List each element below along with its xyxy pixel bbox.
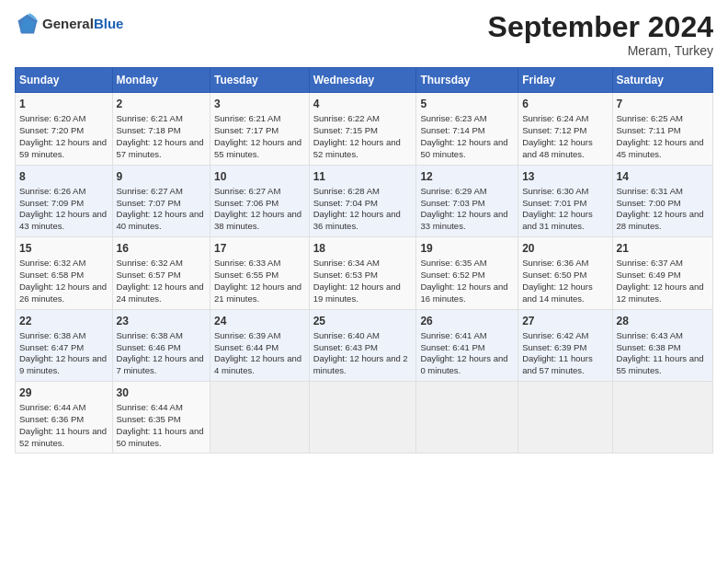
day-25: 25 Sunrise: 6:40 AMSunset: 6:43 PMDaylig… [309, 309, 416, 381]
location: Meram, Turkey [488, 43, 713, 58]
header-saturday: Saturday [612, 68, 712, 93]
empty-2 [309, 381, 416, 453]
day-1: 1 Sunrise: 6:20 AMSunset: 7:20 PMDayligh… [16, 93, 113, 165]
day-6: 6 Sunrise: 6:24 AMSunset: 7:12 PMDayligh… [518, 93, 612, 165]
empty-4 [518, 381, 612, 453]
day-15: 15 Sunrise: 6:32 AMSunset: 6:58 PMDaylig… [16, 237, 113, 309]
day-17: 17 Sunrise: 6:33 AMSunset: 6:55 PMDaylig… [210, 237, 310, 309]
day-23: 23 Sunrise: 6:38 AMSunset: 6:46 PMDaylig… [112, 309, 210, 381]
empty-5 [612, 381, 712, 453]
day-2: 2 Sunrise: 6:21 AMSunset: 7:18 PMDayligh… [112, 93, 210, 165]
logo-text: GeneralBlue [42, 17, 123, 32]
day-22: 22 Sunrise: 6:38 AMSunset: 6:47 PMDaylig… [16, 309, 113, 381]
week-row-4: 22 Sunrise: 6:38 AMSunset: 6:47 PMDaylig… [16, 309, 713, 381]
day-4: 4 Sunrise: 6:22 AMSunset: 7:15 PMDayligh… [309, 93, 416, 165]
day-9: 9 Sunrise: 6:27 AMSunset: 7:07 PMDayligh… [112, 165, 210, 236]
week-row-5: 29 Sunrise: 6:44 AMSunset: 6:36 PMDaylig… [16, 381, 713, 453]
logo-general: General [42, 16, 94, 31]
day-18: 18 Sunrise: 6:34 AMSunset: 6:53 PMDaylig… [309, 237, 416, 309]
logo-blue: Blue [94, 16, 124, 31]
logo-icon [15, 11, 40, 37]
day-8: 8 Sunrise: 6:26 AMSunset: 7:09 PMDayligh… [16, 165, 113, 236]
day-16: 16 Sunrise: 6:32 AMSunset: 6:57 PMDaylig… [112, 237, 210, 309]
day-30: 30 Sunrise: 6:44 AMSunset: 6:35 PMDaylig… [112, 381, 210, 453]
day-26: 26 Sunrise: 6:41 AMSunset: 6:41 PMDaylig… [416, 309, 518, 381]
day-21: 21 Sunrise: 6:37 AMSunset: 6:49 PMDaylig… [612, 237, 712, 309]
day-14: 14 Sunrise: 6:31 AMSunset: 7:00 PMDaylig… [612, 165, 712, 236]
day-27: 27 Sunrise: 6:42 AMSunset: 6:39 PMDaylig… [518, 309, 612, 381]
day-10: 10 Sunrise: 6:27 AMSunset: 7:06 PMDaylig… [210, 165, 310, 236]
week-row-1: 1 Sunrise: 6:20 AMSunset: 7:20 PMDayligh… [16, 93, 713, 165]
day-20: 20 Sunrise: 6:36 AMSunset: 6:50 PMDaylig… [518, 237, 612, 309]
header: GeneralBlue September 2024 Meram, Turkey [15, 11, 713, 58]
day-12: 12 Sunrise: 6:29 AMSunset: 7:03 PMDaylig… [416, 165, 518, 236]
day-13: 13 Sunrise: 6:30 AMSunset: 7:01 PMDaylig… [518, 165, 612, 236]
day-7: 7 Sunrise: 6:25 AMSunset: 7:11 PMDayligh… [612, 93, 712, 165]
logo: GeneralBlue [15, 11, 123, 37]
day-5: 5 Sunrise: 6:23 AMSunset: 7:14 PMDayligh… [416, 93, 518, 165]
day-3: 3 Sunrise: 6:21 AMSunset: 7:17 PMDayligh… [210, 93, 310, 165]
header-friday: Friday [518, 68, 612, 93]
day-28: 28 Sunrise: 6:43 AMSunset: 6:38 PMDaylig… [612, 309, 712, 381]
calendar-container: GeneralBlue September 2024 Meram, Turkey… [0, 0, 728, 461]
day-29: 29 Sunrise: 6:44 AMSunset: 6:36 PMDaylig… [16, 381, 113, 453]
month-title: September 2024 [488, 11, 713, 43]
day-24: 24 Sunrise: 6:39 AMSunset: 6:44 PMDaylig… [210, 309, 310, 381]
empty-1 [210, 381, 310, 453]
title-section: September 2024 Meram, Turkey [488, 11, 713, 58]
empty-3 [416, 381, 518, 453]
header-wednesday: Wednesday [309, 68, 416, 93]
header-thursday: Thursday [416, 68, 518, 93]
week-row-3: 15 Sunrise: 6:32 AMSunset: 6:58 PMDaylig… [16, 237, 713, 309]
header-monday: Monday [112, 68, 210, 93]
day-19: 19 Sunrise: 6:35 AMSunset: 6:52 PMDaylig… [416, 237, 518, 309]
header-tuesday: Tuesday [210, 68, 310, 93]
header-sunday: Sunday [16, 68, 113, 93]
weekday-header-row: Sunday Monday Tuesday Wednesday Thursday… [16, 68, 713, 93]
day-11: 11 Sunrise: 6:28 AMSunset: 7:04 PMDaylig… [309, 165, 416, 236]
calendar-table: Sunday Monday Tuesday Wednesday Thursday… [15, 67, 713, 454]
week-row-2: 8 Sunrise: 6:26 AMSunset: 7:09 PMDayligh… [16, 165, 713, 236]
